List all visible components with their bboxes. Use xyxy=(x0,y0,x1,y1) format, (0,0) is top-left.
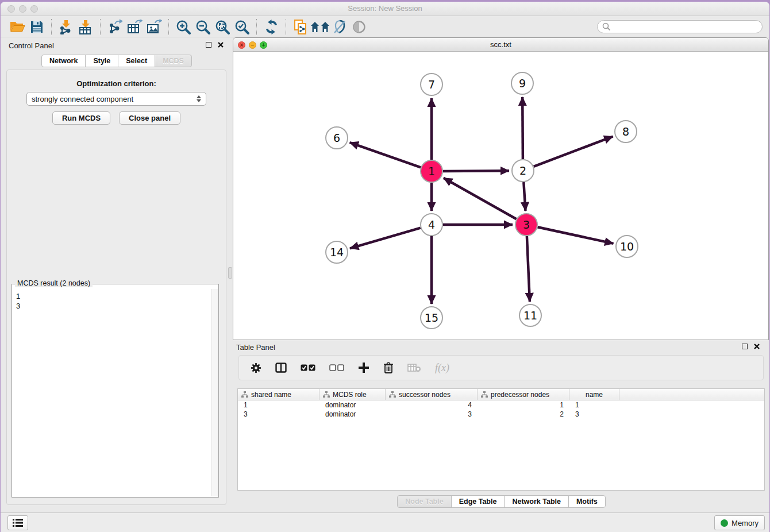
select-all-icon[interactable] xyxy=(301,360,315,375)
column-header-mcds-role[interactable]: MCDS role xyxy=(319,389,386,400)
graph-edge-4-14[interactable] xyxy=(350,228,421,249)
delete-columns-trash-icon[interactable] xyxy=(383,360,394,375)
column-type-icon xyxy=(481,391,488,398)
table-cell[interactable]: 3 xyxy=(386,410,478,418)
graph-node-15[interactable]: 15 xyxy=(420,306,443,329)
table-cell[interactable]: 4 xyxy=(386,401,478,409)
select-chevrons-icon xyxy=(197,95,201,102)
criterion-select[interactable]: strongly connected component xyxy=(26,92,206,106)
window-title: Session: New Session xyxy=(1,4,769,13)
open-session-icon[interactable] xyxy=(7,18,27,36)
table-panel: Table Panel xyxy=(233,340,769,512)
toolbar-search xyxy=(597,20,763,33)
table-cell[interactable]: 1 xyxy=(569,401,619,409)
graph-edge-3-10[interactable] xyxy=(538,227,614,244)
zoom-fit-icon[interactable] xyxy=(213,18,232,36)
graph-node-1[interactable]: 1 xyxy=(420,160,443,183)
table-toolbar: f(x) xyxy=(238,355,764,380)
float-table-panel-icon[interactable] xyxy=(742,344,748,349)
table-cell[interactable]: 1 xyxy=(238,401,319,409)
table-cell[interactable]: 1 xyxy=(478,401,569,409)
graph-edge-2-8[interactable] xyxy=(534,137,613,167)
export-table-icon[interactable] xyxy=(125,18,144,36)
graph-node-7[interactable]: 7 xyxy=(420,73,443,96)
clone-network-icon[interactable] xyxy=(291,18,310,36)
zoom-selected-icon[interactable] xyxy=(232,18,252,36)
zoom-in-icon[interactable] xyxy=(174,18,193,36)
save-session-icon[interactable] xyxy=(27,18,47,36)
tab-select[interactable]: Select xyxy=(118,55,155,67)
search-input[interactable] xyxy=(611,22,757,32)
mcds-result-box: MCDS result (2 nodes) 1 3 xyxy=(11,284,219,498)
graph-node-14[interactable]: 14 xyxy=(325,241,348,264)
column-header-successor-nodes[interactable]: successor nodes xyxy=(386,389,478,400)
column-header-predecessor-nodes[interactable]: predecessor nodes xyxy=(478,389,569,400)
graph-node-6[interactable]: 6 xyxy=(325,126,348,149)
graph-edge-3-1[interactable] xyxy=(444,178,517,219)
graph-edge-2-3[interactable] xyxy=(523,182,525,211)
hide-graphics-details-icon[interactable] xyxy=(330,18,349,36)
result-scrollbar[interactable] xyxy=(211,289,218,496)
status-bar: Memory xyxy=(1,512,769,532)
control-panel-title: Control Panel xyxy=(9,41,54,50)
run-mcds-button[interactable]: Run MCDS xyxy=(52,111,110,125)
export-network-icon[interactable] xyxy=(105,18,125,36)
apply-layout-icon[interactable] xyxy=(261,18,281,36)
control-panel-header: Control Panel xyxy=(5,38,228,53)
table-cell[interactable]: dominator xyxy=(319,410,386,418)
import-table-icon[interactable] xyxy=(76,18,95,36)
tab-node-table[interactable]: Node Table xyxy=(397,495,451,508)
graph-edge-1-2[interactable] xyxy=(443,171,509,171)
unselect-all-icon[interactable] xyxy=(329,360,344,375)
show-columns-icon[interactable] xyxy=(275,360,287,375)
graph-node-10[interactable]: 10 xyxy=(615,235,638,258)
tab-mcds[interactable]: MCDS xyxy=(155,55,192,67)
graph-node-8[interactable]: 8 xyxy=(614,120,637,143)
criterion-value: strongly connected component xyxy=(32,95,133,103)
table-options-gear-icon[interactable] xyxy=(251,360,261,375)
graph-node-11[interactable]: 11 xyxy=(519,304,542,327)
node-table-header: shared nameMCDS rolesuccessor nodesprede… xyxy=(238,389,764,400)
graph-node-2[interactable]: 2 xyxy=(511,159,534,182)
zoom-out-icon[interactable] xyxy=(193,18,213,36)
tab-motifs[interactable]: Motifs xyxy=(568,495,606,508)
float-panel-icon[interactable] xyxy=(206,42,211,48)
close-panel-button[interactable]: Close panel xyxy=(119,111,180,125)
show-hide-eye-icon[interactable] xyxy=(349,18,369,36)
add-column-icon[interactable] xyxy=(358,360,369,375)
tab-edge-table[interactable]: Edge Table xyxy=(451,495,505,508)
column-header-name[interactable]: name xyxy=(569,389,619,400)
table-cell[interactable]: dominator xyxy=(319,401,386,409)
column-type-icon xyxy=(241,391,248,398)
vertical-splitter-handle[interactable] xyxy=(228,267,232,279)
toolbar-separator xyxy=(168,19,169,35)
memory-button[interactable]: Memory xyxy=(714,515,765,530)
close-panel-icon[interactable] xyxy=(217,41,224,48)
graph-edge-2-9[interactable] xyxy=(522,97,523,159)
tab-style[interactable]: Style xyxy=(85,55,118,67)
tab-network-table[interactable]: Network Table xyxy=(504,495,569,508)
graph-node-4[interactable]: 4 xyxy=(420,213,443,236)
column-header-shared-name[interactable]: shared name xyxy=(238,389,319,400)
import-network-icon[interactable] xyxy=(56,18,76,36)
graph-node-3[interactable]: 3 xyxy=(515,213,538,236)
window-titlebar: Session: New Session xyxy=(1,2,769,16)
tab-network[interactable]: Network xyxy=(41,55,86,67)
graph-edge-1-6[interactable] xyxy=(350,142,421,167)
column-label: MCDS role xyxy=(333,391,367,399)
table-cell[interactable]: 3 xyxy=(238,410,319,418)
network-canvas[interactable]: 7968124314101511 xyxy=(233,52,768,340)
memory-label: Memory xyxy=(732,519,759,527)
application-window: Session: New Session xyxy=(1,2,769,532)
mcds-result-title: MCDS result (2 nodes) xyxy=(15,279,93,287)
table-cell[interactable]: 3 xyxy=(569,410,619,418)
first-neighbors-icon[interactable] xyxy=(310,18,330,36)
graph-edge-3-11[interactable] xyxy=(527,236,530,302)
export-image-icon[interactable] xyxy=(144,18,164,36)
close-table-panel-icon[interactable] xyxy=(753,343,760,350)
mcds-result-list[interactable]: 1 3 xyxy=(13,289,211,496)
table-cell[interactable]: 2 xyxy=(478,410,569,418)
node-table: shared nameMCDS rolesuccessor nodesprede… xyxy=(237,388,765,491)
task-history-button[interactable] xyxy=(7,515,28,530)
graph-node-9[interactable]: 9 xyxy=(511,72,534,95)
